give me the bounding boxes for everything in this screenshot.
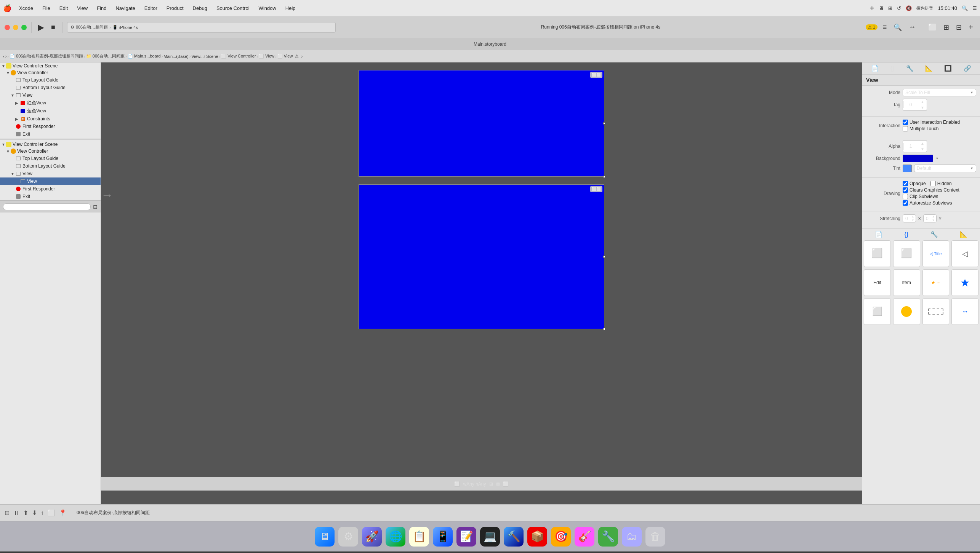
window-minimize-btn[interactable] (13, 25, 18, 30)
filter-icon[interactable]: ⊟ (93, 204, 98, 210)
bc-item2[interactable]: 📄 Main.s...board (128, 54, 161, 59)
obj-cell-back[interactable]: ◁ (951, 240, 978, 267)
nav-item-responder2[interactable]: ▶ First Responder (0, 185, 101, 193)
warning-badge[interactable]: ⚠ 1 (866, 24, 878, 30)
nav-item-scene1[interactable]: ▼ View Controller Scene (0, 62, 101, 69)
user-interaction-checkbox[interactable] (903, 120, 908, 125)
tint-color-swatch[interactable] (903, 165, 912, 172)
dock-app3[interactable]: 🔧 (598, 527, 618, 547)
dock-onenote[interactable]: 📝 (456, 527, 476, 547)
obj-cell-2[interactable]: ⬜ (893, 240, 920, 267)
obj-cell-title[interactable]: ◁ Title (922, 240, 950, 267)
stretch-x-down[interactable]: ▼ (910, 219, 916, 222)
stop-button[interactable]: ■ (49, 22, 58, 33)
search-icon[interactable]: 🔍 (962, 5, 968, 11)
bc-next[interactable]: › (5, 54, 7, 59)
view-toggle-btn[interactable]: ≡ (881, 22, 889, 33)
resize-handle-br-2[interactable] (603, 328, 605, 330)
nav-item-blueview[interactable]: ▶ 蓝色View (0, 107, 101, 115)
share-icon[interactable]: ⊞ (888, 5, 892, 11)
nav-item-redview[interactable]: ▶ 红色View (0, 99, 101, 107)
stretch-y-up[interactable]: ▲ (931, 215, 936, 219)
obj-cell-star-list[interactable]: ★ ··· (922, 269, 950, 296)
pause-btn[interactable]: ⏸ (13, 510, 19, 516)
obj-cell-arrow[interactable]: ↔ (951, 298, 978, 325)
obj-cell-blue-star[interactable]: ★ (951, 269, 978, 296)
menu-navigate[interactable]: Navigate (114, 5, 136, 12)
bc-info[interactable]: › (301, 54, 303, 59)
inspector-tab-file[interactable]: 📄 (871, 65, 879, 72)
multiple-touch-checkbox[interactable] (903, 126, 908, 131)
bc-item7[interactable]: ⬜ View (277, 54, 293, 59)
inspector-toggle-btn[interactable]: ⊟ (954, 22, 964, 33)
add-btn[interactable]: + (966, 21, 975, 33)
tag-up-btn[interactable]: ▲ (918, 99, 927, 105)
obj-cell-edit[interactable]: Edit (864, 269, 891, 296)
clip-subviews-checkbox[interactable] (903, 194, 908, 199)
nav-item-toplayout1[interactable]: ▶ Top Layout Guide (0, 76, 101, 84)
nav-item-view1[interactable]: ▼ View (0, 91, 101, 99)
lib-tab-object[interactable]: {} (904, 231, 908, 238)
tag-down-btn[interactable]: ▼ (918, 105, 927, 110)
bc-item3[interactable]: Main...(Base) (163, 54, 188, 59)
dock-terminal[interactable]: 💻 (480, 527, 500, 547)
step-in-btn[interactable]: ⬇ (32, 509, 37, 516)
menu-find[interactable]: Find (95, 5, 108, 12)
nav-search-input[interactable] (3, 203, 91, 210)
step-out-btn[interactable]: ↑ (41, 510, 44, 516)
alpha-down-btn[interactable]: ▼ (918, 146, 927, 152)
nav-item-responder1[interactable]: ▶ First Responder (0, 123, 101, 130)
tint-dropdown[interactable]: Default ▼ (914, 165, 976, 172)
dock-xcode[interactable]: 📱 (433, 527, 453, 547)
volume-icon[interactable]: 🔇 (906, 5, 912, 11)
nav-item-scene2[interactable]: ▼ View Controller Scene (0, 141, 101, 148)
inspector-tab-quick[interactable]: {} (890, 65, 895, 72)
run-button[interactable]: ▶ (36, 21, 46, 34)
dock-app1[interactable]: 🎯 (551, 527, 571, 547)
bc-prev[interactable]: ‹ (3, 54, 5, 59)
nav-item-bottomlayout1[interactable]: ▶ Bottom Layout Guide (0, 84, 101, 91)
nav-toggle-btn[interactable]: ⬜ (926, 22, 939, 33)
menu-edit[interactable]: Edit (58, 5, 69, 12)
lib-tab-file[interactable]: 📄 (875, 231, 882, 238)
inspector-tab-attributes[interactable]: 📐 (925, 65, 933, 72)
menu-file[interactable]: File (41, 5, 52, 12)
lib-tab-media[interactable]: 🔧 (930, 231, 938, 238)
lib-tab-snippet[interactable]: 📐 (960, 231, 967, 238)
menu-help[interactable]: Help (284, 5, 297, 12)
menu-xcode[interactable]: Xcode (18, 5, 35, 12)
nav-item-constraints[interactable]: ▶ ⊞ Constraints (0, 115, 101, 123)
dock-safari[interactable]: 🌐 (386, 527, 405, 547)
alpha-up-btn[interactable]: ▲ (918, 141, 927, 146)
stretch-y-field[interactable]: 0 ▲ ▼ (923, 214, 937, 222)
obj-cell-item[interactable]: Item (893, 269, 920, 296)
canvas-fit-icon[interactable]: ⊞ (489, 481, 493, 487)
expand-icon[interactable]: ✛ (870, 5, 874, 11)
inspector-tab-identity[interactable]: 🔧 (906, 65, 914, 72)
resize-handle-right-2[interactable] (603, 256, 605, 258)
dock-filezilla[interactable]: 📦 (527, 527, 547, 547)
bc-warn[interactable]: ⚠ (295, 54, 299, 59)
assistant-btn[interactable]: ↔ (906, 22, 918, 33)
stretch-x-up[interactable]: ▲ (910, 215, 916, 219)
debug-toggle-btn[interactable]: ⊞ (941, 22, 951, 33)
nav-item-bottomlayout2[interactable]: ▶ Bottom Layout Guide (0, 162, 101, 170)
display-icon[interactable]: 🖥 (879, 5, 884, 11)
background-color-swatch[interactable] (903, 155, 933, 162)
canvas-square-icon[interactable]: ⬜ (454, 481, 460, 487)
menu-window[interactable]: Window (257, 5, 278, 12)
dock-trash[interactable]: 🗑 (645, 527, 665, 547)
nav-item-exit2[interactable]: ▶ Exit (0, 193, 101, 200)
canvas-zoom-icon[interactable]: ⊠ (496, 481, 500, 487)
apple-logo-icon[interactable]: 🍎 (3, 4, 11, 13)
dock-finder[interactable]: 🖥 (315, 527, 335, 547)
obj-cell-yellow[interactable] (893, 298, 920, 325)
clears-graphics-checkbox[interactable] (903, 187, 908, 193)
stretch-x-field[interactable]: 0 ▲ ▼ (903, 214, 916, 222)
obj-cell-1[interactable]: ⬜ (864, 240, 891, 267)
menu-source-control[interactable]: Source Control (215, 5, 251, 12)
bc-item1[interactable]: 📁 006自动…同间距 (86, 53, 125, 59)
bc-item5[interactable]: ⬜ View Controller (221, 54, 256, 59)
inspector-tab-size[interactable]: 🔲 (944, 65, 952, 72)
alpha-stepper[interactable]: 1 ▲ ▼ (903, 140, 927, 152)
